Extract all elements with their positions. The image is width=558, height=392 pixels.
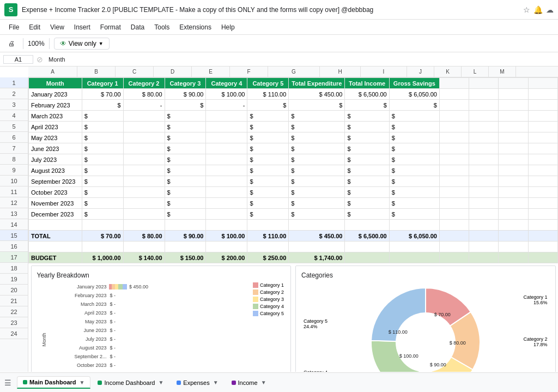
- table-row[interactable]: April 2023$$$$$$: [29, 122, 558, 132]
- table-row[interactable]: June 2023$$$$$$: [29, 143, 558, 154]
- view-only-button[interactable]: 👁 View only ▼: [54, 38, 110, 50]
- row-header-19[interactable]: 19: [0, 274, 28, 285]
- tab-expenses[interactable]: Expenses ▼: [171, 377, 224, 389]
- row-header-5[interactable]: 5: [0, 121, 28, 132]
- toolbar: 🖨 100% 👁 View only ▼: [0, 35, 558, 52]
- col-header-l[interactable]: L: [462, 67, 489, 77]
- zoom-level[interactable]: 100%: [28, 40, 45, 47]
- row-header-6[interactable]: 6: [0, 132, 28, 143]
- row-header-3[interactable]: 3: [0, 99, 28, 110]
- table-row[interactable]: February 2023 $ - $ - $ $$$: [29, 100, 558, 111]
- star-icon[interactable]: ☆: [523, 5, 530, 14]
- row-header-15[interactable]: 15: [0, 230, 28, 241]
- table-row[interactable]: March 2023$$$$$$: [29, 111, 558, 122]
- row-header-8[interactable]: 8: [0, 154, 28, 165]
- tab-dot-main: [23, 380, 27, 384]
- menu-insert[interactable]: Insert: [70, 22, 95, 33]
- row-header-16[interactable]: 16: [0, 241, 28, 252]
- menu-edit[interactable]: Edit: [25, 22, 45, 33]
- col-header-k[interactable]: K: [434, 67, 462, 77]
- cloud-icon[interactable]: ☁: [546, 5, 554, 14]
- cat2-outside-label: Category 2 17.8%: [523, 336, 547, 347]
- header-cat5[interactable]: Category 5: [247, 78, 289, 89]
- col-header-b[interactable]: B: [77, 67, 116, 77]
- menu-data[interactable]: Data: [126, 22, 149, 33]
- row-header-20[interactable]: 20: [0, 285, 28, 295]
- header-cat2[interactable]: Category 2: [123, 78, 165, 89]
- menu-tools[interactable]: Tools: [150, 22, 174, 33]
- table-row[interactable]: August 2023$$$$$$: [29, 165, 558, 176]
- row-header-14[interactable]: 14: [0, 219, 28, 230]
- row-header-10[interactable]: 10: [0, 176, 28, 186]
- table-row[interactable]: May 2023$$$$$$: [29, 132, 558, 143]
- tab-income-dashboard[interactable]: Income Dashboard ▼: [92, 377, 169, 389]
- tab-dropdown-expenses[interactable]: ▼: [213, 379, 219, 385]
- header-month[interactable]: Month: [29, 78, 82, 89]
- table-header-row: Month Category 1 Category 2 Category 3 C…: [29, 78, 558, 89]
- title-bar: S Expense + Income Tracker 2.0 [PUBLIC T…: [0, 0, 558, 20]
- budget-row[interactable]: BUDGET $ 1,000.00 $ 140.00 $ 150.00 $ 20…: [29, 252, 558, 263]
- row-header-23[interactable]: 23: [0, 317, 28, 328]
- tab-dropdown-main[interactable]: ▼: [80, 379, 85, 385]
- row-header-9[interactable]: 9: [0, 165, 28, 176]
- row-header-1[interactable]: 1: [0, 77, 28, 88]
- header-cat1[interactable]: Category 1: [82, 78, 123, 89]
- table-row[interactable]: November 2023$$$$$$: [29, 198, 558, 209]
- tab-dropdown-income[interactable]: ▼: [158, 379, 163, 385]
- menu-format[interactable]: Format: [96, 22, 125, 33]
- formula-content[interactable]: Month: [46, 55, 555, 64]
- formula-bar: ⊘ Month: [0, 52, 558, 67]
- tab-dropdown-income-tab[interactable]: ▼: [261, 379, 266, 385]
- row-header-24[interactable]: 24: [0, 328, 28, 339]
- row-header-4[interactable]: 4: [0, 110, 28, 121]
- header-cat3[interactable]: Category 3: [165, 78, 206, 89]
- col-header-a[interactable]: A: [28, 67, 77, 77]
- tab-main-dashboard[interactable]: Main Dashboard ▼: [17, 376, 90, 389]
- grid-content: Month Category 1 Category 2 Category 3 C…: [28, 77, 558, 372]
- col-header-c[interactable]: C: [116, 67, 154, 77]
- table-row[interactable]: January 2023 $ 70.00 $ 80.00 $ 90.00 $ 1…: [29, 89, 558, 100]
- menu-view[interactable]: View: [46, 22, 69, 33]
- spreadsheet-table: Month Category 1 Category 2 Category 3 C…: [28, 77, 558, 372]
- menu-file[interactable]: File: [4, 22, 23, 33]
- col-header-m[interactable]: M: [489, 67, 516, 77]
- tab-income[interactable]: Income ▼: [226, 377, 272, 389]
- row-header-22[interactable]: 22: [0, 306, 28, 317]
- table-row[interactable]: September 2023$$$$$$: [29, 176, 558, 187]
- table-row[interactable]: July 2023$$$$$$: [29, 154, 558, 165]
- header-total-exp[interactable]: Total Expenditure: [289, 78, 345, 89]
- row-header-2[interactable]: 2: [0, 88, 28, 99]
- header-gross-sav[interactable]: Gross Savings: [389, 78, 439, 89]
- col-header-e[interactable]: E: [192, 67, 230, 77]
- col-header-f[interactable]: F: [230, 67, 268, 77]
- col-header-h[interactable]: H: [320, 67, 361, 77]
- row-header-17[interactable]: 17: [0, 252, 28, 263]
- row-header-18[interactable]: 18: [0, 263, 28, 274]
- header-cat4[interactable]: Category 4: [206, 78, 247, 89]
- row-header-13[interactable]: 13: [0, 208, 28, 219]
- legend-label-cat5: Category 5: [260, 311, 284, 316]
- sheet-area: A B C D E F G H I J K L M 1 2 3 4 5 6 7 …: [0, 67, 558, 372]
- col-header-j[interactable]: J: [407, 67, 434, 77]
- menu-extensions[interactable]: Extensions: [175, 22, 216, 33]
- row-header-21[interactable]: 21: [0, 295, 28, 306]
- legend-label-cat2: Category 2: [260, 290, 284, 295]
- legend-cat2: Category 2: [253, 290, 284, 295]
- col-header-d[interactable]: D: [154, 67, 192, 77]
- legend-color-cat4: [253, 304, 258, 309]
- sheets-menu-icon[interactable]: ☰: [4, 378, 11, 387]
- row-header-11[interactable]: 11: [0, 186, 28, 197]
- row-header-12[interactable]: 12: [0, 197, 28, 208]
- table-row[interactable]: October 2023$$$$$$: [29, 187, 558, 198]
- col-header-i[interactable]: I: [361, 67, 407, 77]
- menu-help[interactable]: Help: [217, 22, 239, 33]
- cell-reference[interactable]: [3, 55, 33, 64]
- drive-icon[interactable]: 🔔: [533, 5, 543, 14]
- grid-container: 1 2 3 4 5 6 7 8 9 10 11 12 13 14 15 16 1…: [0, 77, 558, 372]
- print-button[interactable]: 🖨: [4, 38, 19, 50]
- row-header-7[interactable]: 7: [0, 143, 28, 154]
- col-header-g[interactable]: G: [268, 67, 320, 77]
- header-total-inc[interactable]: Total Income: [345, 78, 389, 89]
- table-row[interactable]: December 2023$$$$$$: [29, 209, 558, 220]
- total-row[interactable]: TOTAL $ 70.00 $ 80.00 $ 90.00 $ 100.00 $…: [29, 231, 558, 242]
